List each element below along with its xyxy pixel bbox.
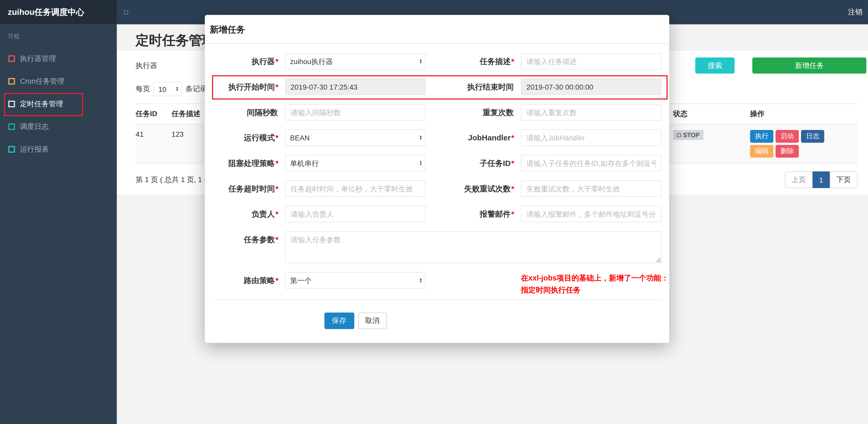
prev-page-button[interactable]: 上页 — [785, 171, 812, 188]
start-button[interactable]: 启动 — [775, 130, 799, 143]
required-star: * — [276, 133, 279, 142]
jobhandler-input[interactable] — [521, 129, 661, 146]
retry-count-input[interactable] — [521, 180, 661, 197]
delete-button[interactable]: 删除 — [775, 145, 799, 158]
square-icon — [8, 146, 15, 152]
required-star: * — [511, 184, 514, 193]
form-row-exec-time: 执行开始时间* 执行结束时间 — [213, 79, 661, 95]
field-control — [285, 79, 426, 95]
logout-link[interactable]: 注销 — [848, 0, 863, 24]
sidebar-nav: 执行器管理 Cron任务管理 定时任务管理 调度日志 运行报表 — [0, 47, 117, 160]
label-text: 任务描述 — [479, 57, 510, 66]
start-time-label: 执行开始时间* — [213, 79, 285, 95]
label-text: 执行开始时间 — [228, 82, 275, 91]
cell-actions: 执行 启动 日志 编辑 删除 — [750, 124, 858, 164]
sidebar-item-cron-task-mgmt[interactable]: Cron任务管理 — [0, 70, 117, 93]
page-1-button[interactable]: 1 — [812, 171, 830, 188]
field-control — [521, 206, 661, 222]
run-button[interactable]: 执行 — [750, 130, 773, 143]
timeout-input[interactable] — [285, 180, 426, 197]
modal-footer: 保存 取消 — [213, 313, 661, 329]
run-mode-select-wrap: BEAN ▲▼ — [285, 129, 426, 146]
task-desc-input[interactable] — [521, 53, 661, 70]
label-text: 阻塞处理策略 — [228, 159, 275, 168]
cell-status: STOP — [673, 124, 750, 164]
start-time-input[interactable] — [285, 79, 426, 95]
per-page-select[interactable]: 10 — [153, 82, 182, 96]
sidebar-item-scheduled-task-mgmt[interactable]: 定时任务管理 — [0, 93, 117, 115]
field-control: 第一个 ▲▼ — [285, 272, 426, 289]
required-star: * — [511, 159, 514, 168]
block-strategy-select[interactable]: 单机串行 — [285, 155, 426, 172]
status-badge: STOP — [673, 130, 703, 140]
child-job-label: 子任务ID* — [426, 155, 521, 172]
route-strategy-select[interactable]: 第一个 — [285, 272, 426, 289]
sidebar-item-label: 运行报表 — [20, 144, 49, 154]
cancel-button[interactable]: 取消 — [358, 313, 386, 329]
child-job-id-input[interactable] — [521, 155, 661, 172]
task-params-label: 任务参数* — [213, 231, 285, 248]
required-star: * — [276, 276, 279, 285]
interval-seconds-input[interactable] — [285, 104, 426, 121]
menu-collapse-icon[interactable]: □ — [124, 0, 128, 24]
brand-title: zuihou任务调度中心 — [0, 0, 117, 24]
col-header-status: 状态 — [673, 104, 750, 124]
nav-section-label: 导航 — [0, 24, 117, 47]
alarm-email-label: 报警邮件* — [426, 206, 521, 222]
route-strategy-label: 路由策略* — [213, 272, 285, 289]
per-page-suffix: 条记录 — [185, 84, 207, 94]
save-button[interactable]: 保存 — [324, 313, 354, 329]
label-text: 路由策略 — [244, 276, 275, 285]
log-button[interactable]: 日志 — [801, 130, 824, 143]
sidebar-item-run-report[interactable]: 运行报表 — [0, 138, 117, 160]
field-control — [521, 155, 661, 172]
field-control: 单机串行 ▲▼ — [285, 155, 426, 172]
required-star: * — [511, 210, 514, 219]
form-row-route: 路由策略* 第一个 ▲▼ 在xxl-jobs项目的基础上，新增了一个功能： 指定… — [213, 272, 661, 296]
form-row-owner: 负责人* 报警邮件* — [213, 206, 661, 222]
app-root: zuihou任务调度中心 □ 注销 导航 执行器管理 Cron任务管理 定时任务… — [0, 0, 868, 424]
add-task-button[interactable]: 新增任务 — [752, 58, 866, 74]
sidebar-item-label: 执行器管理 — [20, 54, 56, 63]
modal-footer-buttons: 保存 取消 — [285, 313, 426, 329]
sidebar-item-label: Cron任务管理 — [20, 76, 64, 86]
owner-input[interactable] — [285, 206, 426, 222]
task-params-textarea[interactable] — [285, 231, 661, 263]
run-mode-label: 运行模式* — [213, 129, 285, 146]
feature-note-line1: 在xxl-jobs项目的基础上，新增了一个功能： — [521, 272, 661, 284]
label-text: 重复次数 — [483, 108, 514, 117]
required-star: * — [511, 133, 514, 142]
label-text: 失败重试次数 — [464, 184, 510, 193]
col-header-task-id: 任务ID — [135, 104, 172, 124]
square-icon — [8, 55, 15, 62]
timeout-label: 任务超时时间* — [213, 180, 285, 197]
label-text: 执行器 — [251, 57, 275, 66]
sidebar-item-executor-mgmt[interactable]: 执行器管理 — [0, 47, 117, 70]
alarm-email-input[interactable] — [521, 206, 661, 222]
edit-button[interactable]: 编辑 — [750, 145, 773, 158]
jobhandler-label: JobHandler* — [426, 129, 521, 146]
search-button[interactable]: 搜索 — [695, 58, 735, 74]
label-text: 任务参数 — [244, 235, 275, 244]
row-actions: 执行 启动 日志 编辑 删除 — [750, 130, 839, 158]
field-control — [285, 180, 426, 197]
feature-note-line2: 指定时间执行任务 — [521, 284, 661, 297]
label-text: 间隔秒数 — [247, 108, 278, 117]
status-badge-text: STOP — [683, 132, 700, 138]
required-star: * — [276, 159, 279, 168]
repeat-count-input[interactable] — [521, 104, 661, 121]
required-star: * — [511, 57, 514, 66]
end-time-input[interactable] — [521, 79, 661, 95]
owner-label: 负责人* — [213, 206, 285, 222]
form-row-block-strategy: 阻塞处理策略* 单机串行 ▲▼ 子任务ID* — [213, 155, 661, 172]
add-task-modal: 新增任务 执行器* zuihou执行器 ▲▼ 任务描述* 执行开始时间* — [205, 15, 670, 343]
sidebar-item-dispatch-log[interactable]: 调度日志 — [0, 115, 117, 138]
sidebar-item-label: 定时任务管理 — [20, 99, 63, 108]
executor-select[interactable]: zuihou执行器 — [285, 53, 426, 70]
modal-divider — [213, 299, 661, 300]
required-star: * — [276, 57, 279, 66]
label-text: 报警邮件 — [479, 210, 510, 219]
next-page-button[interactable]: 下页 — [830, 171, 857, 188]
run-mode-select[interactable]: BEAN — [285, 129, 426, 146]
label-text: 任务超时时间 — [228, 184, 275, 193]
